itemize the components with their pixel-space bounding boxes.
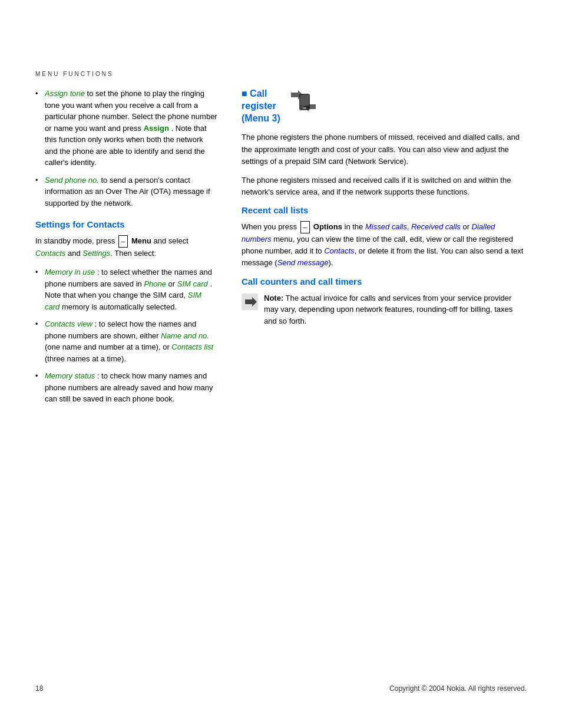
memory-status-label: Memory status [45, 371, 95, 380]
list-item: Memory in use : to select whether the na… [35, 266, 218, 312]
memory-in-use-text3: memory is automatically selected. [62, 302, 177, 311]
call-register-para2: The phone registers missed and received … [242, 174, 527, 198]
intro-bullet-list: Assign tone to set the phone to play the… [35, 88, 218, 209]
note-icon-svg [242, 294, 258, 310]
received-calls-label: Received calls [411, 222, 461, 231]
name-and-no-label: Name and no. [161, 331, 209, 340]
contacts-view-text3: (three names at a time). [45, 354, 126, 363]
contacts-list-label: Contacts list [171, 342, 213, 351]
missed-calls-label: Missed calls [365, 222, 407, 231]
menu-icon: — [118, 235, 128, 248]
send-phone-no-label: Send phone no. [45, 176, 99, 185]
call-register-icon [286, 88, 322, 114]
send-message-label: Send message [277, 258, 329, 267]
list-item: Assign tone to set the phone to play the… [35, 88, 218, 169]
note-label: Note: [264, 294, 283, 302]
contacts-view-text2: (one name and number at a time), or [45, 342, 171, 351]
call-register-para1: The phone registers the phone numbers of… [242, 131, 527, 167]
note-box: Note: The actual invoice for calls and s… [242, 292, 527, 327]
assign-bold: Assign [144, 124, 169, 133]
contacts-label: Contacts [35, 249, 65, 258]
call-register-svg [286, 88, 322, 114]
svg-rect-3 [300, 95, 309, 106]
list-item: Contacts view : to select how the names … [35, 318, 218, 364]
call-register-section-header: ■ Callregister(Menu 3) [242, 88, 527, 124]
call-register-title: ■ Callregister(Menu 3) [242, 88, 280, 123]
call-register-heading-text: ■ Callregister(Menu 3) [242, 88, 280, 124]
settings-bullet-list: Memory in use : to select whether the na… [35, 266, 218, 405]
note-arrow-icon [242, 294, 258, 310]
left-column: Assign tone to set the phone to play the… [35, 88, 218, 416]
assign-tone-label: Assign tone [45, 89, 85, 98]
settings-label: Settings [82, 249, 110, 258]
options-icon: — [300, 221, 310, 233]
menu-label: Menu [131, 236, 151, 245]
list-item: Memory status : to check how many names … [35, 370, 218, 405]
page-number: 18 [35, 684, 43, 693]
options-label: Options [313, 222, 342, 231]
svg-rect-4 [303, 107, 306, 109]
sim-card-label: SIM card [177, 279, 208, 288]
two-column-layout: Assign tone to set the phone to play the… [35, 88, 527, 416]
list-item: Send phone no. to send a person's contac… [35, 174, 218, 209]
right-column: ■ Callregister(Menu 3) The phone re [242, 88, 527, 416]
settings-for-contacts-heading: Settings for Contacts [35, 219, 218, 229]
memory-in-use-label: Memory in use [45, 268, 95, 276]
page: Menu functions Assign tone to set the ph… [0, 0, 562, 728]
recent-call-lists-heading: Recent call lists [242, 205, 527, 215]
contacts-view-label: Contacts view [45, 319, 92, 328]
note-text: Note: The actual invoice for calls and s… [264, 292, 527, 327]
copyright-text: Copyright © 2004 Nokia. All rights reser… [389, 684, 527, 693]
call-counters-heading: Call counters and call timers [242, 276, 527, 286]
phone-label: Phone [144, 279, 166, 288]
contacts-link: Contacts [324, 246, 354, 255]
recent-call-lists-para: When you press — Options in the Missed c… [242, 221, 527, 269]
settings-intro-text: In standby mode, press — Menu and select… [35, 235, 218, 259]
memory-in-use-or: or [168, 279, 177, 288]
menu-functions-label: Menu functions [35, 71, 527, 77]
footer: 18 Copyright © 2004 Nokia. All rights re… [0, 684, 562, 693]
